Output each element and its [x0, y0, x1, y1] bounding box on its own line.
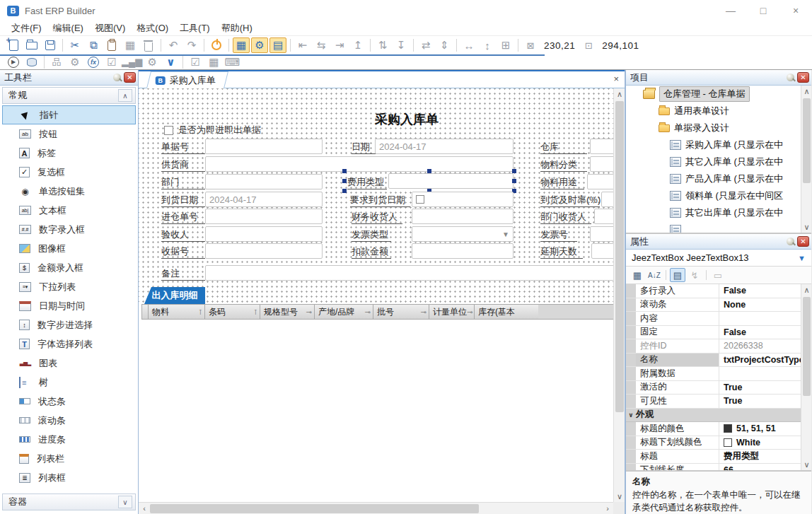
scroll-right-icon[interactable]: ›: [602, 503, 613, 514]
same-height-icon[interactable]: ↕: [479, 37, 496, 53]
ctrl-label-arrival-rate[interactable]: 到货及时率(%): [540, 194, 600, 207]
close-button[interactable]: ×: [779, 0, 812, 21]
grid-col-unit[interactable]: 计量单位⊸: [429, 305, 475, 319]
close-icon[interactable]: ✕: [797, 72, 809, 83]
gears-icon[interactable]: ⚙: [66, 54, 83, 70]
scroll-up-icon[interactable]: ∧: [801, 86, 811, 97]
toggle-project-icon[interactable]: ▤: [269, 37, 286, 53]
ctrl-label-supplier[interactable]: 供货商: [161, 158, 205, 172]
ctrl-label-invoice-no[interactable]: 发票号: [540, 228, 577, 242]
ctrl-label-remark[interactable]: 备注: [161, 267, 205, 281]
toolbox-group-container[interactable]: 容器 ∨: [2, 493, 136, 510]
prop-value[interactable]: True: [719, 395, 811, 408]
ctrl-label-dept-receiver[interactable]: 部门收货人: [540, 211, 591, 224]
pin-icon[interactable]: ⊺: [199, 308, 202, 316]
paste-icon[interactable]: [103, 37, 120, 53]
expand-icon[interactable]: ∨: [118, 496, 132, 508]
tool-pointer[interactable]: 指针: [2, 105, 136, 124]
new-file-icon[interactable]: [5, 37, 22, 53]
ctrl-label-finance-receiver[interactable]: 财务收货人: [352, 211, 402, 224]
ctrl-label-material-usage[interactable]: 物料用途: [540, 176, 584, 189]
delete-icon[interactable]: [140, 37, 157, 53]
events-icon[interactable]: ↯: [687, 268, 702, 282]
tree-item-partial[interactable]: [626, 221, 801, 233]
checkbox-icon[interactable]: [164, 126, 173, 135]
ctrl-field-inspector[interactable]: [205, 226, 323, 242]
pin-icon[interactable]: ⊸: [306, 308, 312, 316]
menu-help[interactable]: 帮助(H): [216, 22, 258, 35]
tool-checkbox[interactable]: ✓ 复选框: [0, 163, 138, 182]
prop-value[interactable]: False: [719, 284, 811, 298]
prop-category-appearance[interactable]: ∨外观: [626, 409, 811, 423]
ctrl-field-warehouse[interactable]: [590, 139, 613, 154]
scroll-down-icon[interactable]: ∨: [801, 459, 811, 470]
menu-file[interactable]: 文件(F): [6, 22, 47, 35]
property-pages-icon[interactable]: ▭: [710, 268, 726, 282]
database-icon[interactable]: [23, 54, 40, 70]
ctrl-label-cost-type[interactable]: 费用类型: [347, 176, 387, 189]
prop-value[interactable]: None: [719, 298, 811, 312]
tree-folder-entry-design[interactable]: 单据录入设计: [626, 119, 801, 136]
minimize-button[interactable]: —: [714, 0, 747, 21]
tree-item-purchase-receipt[interactable]: 采购入库单 (只显示在中: [626, 136, 801, 153]
toggle-properties-icon[interactable]: ⚙: [251, 37, 268, 53]
tool-chart[interactable]: ▃▅▂ 图表: [0, 354, 138, 373]
tree-folder-general-form[interactable]: 通用表单设计: [626, 103, 801, 119]
close-icon[interactable]: ✕: [797, 236, 809, 247]
tab-close-icon[interactable]: ×: [613, 74, 619, 84]
tool-image-box[interactable]: 图像框: [0, 239, 138, 258]
cut-icon[interactable]: ✂: [66, 37, 83, 53]
menu-view[interactable]: 视图(V): [89, 22, 131, 35]
tree-item-material-requisition[interactable]: 领料单 (只显示在中间区: [626, 187, 801, 204]
toggle-toolbox-icon[interactable]: ▦: [233, 37, 250, 53]
dropdown-arrow-icon[interactable]: ▼: [502, 230, 509, 238]
tree-root[interactable]: 仓库管理 - 仓库单据: [626, 86, 801, 103]
scroll-down-icon[interactable]: ∨: [614, 491, 625, 502]
prop-value[interactable]: 费用类型: [719, 450, 811, 463]
ctrl-field-department[interactable]: [205, 174, 323, 189]
tool-list-box[interactable]: ≣ 列表框: [0, 468, 138, 487]
ctrl-field-material-category[interactable]: [590, 156, 613, 172]
ctrl-label-department[interactable]: 部门: [161, 176, 205, 189]
ctrl-label-date[interactable]: 日期: [352, 141, 376, 154]
ctrl-label-receipt-no[interactable]: 收据号: [161, 245, 205, 259]
ctrl-field-arrival-rate[interactable]: [601, 192, 613, 207]
scroll-down-icon[interactable]: ∨: [801, 221, 811, 233]
ctrl-field-supplier[interactable]: [205, 156, 514, 172]
ctrl-field-dept-receiver[interactable]: [594, 209, 613, 224]
align-middle-icon[interactable]: ⇅: [374, 37, 391, 53]
properties-view-icon[interactable]: ▤: [670, 268, 685, 282]
pin-icon[interactable]: [787, 74, 794, 81]
space-horizontal-icon[interactable]: ⇄: [417, 37, 434, 53]
open-folder-icon[interactable]: [23, 37, 40, 53]
ctrl-label-arrival-date[interactable]: 到货日期: [161, 194, 205, 207]
prop-value[interactable]: txtProjectCostType: [719, 354, 811, 367]
same-size-icon[interactable]: ⊞: [497, 37, 514, 53]
align-top-icon[interactable]: ↥: [349, 37, 366, 53]
tool-tree[interactable]: ≡ 树: [0, 373, 138, 392]
form-settings-icon[interactable]: ▦: [122, 37, 139, 53]
check-task-icon[interactable]: ☑: [187, 54, 204, 70]
grid-col-material[interactable]: 物料⊺: [149, 305, 205, 319]
flow-chart-icon[interactable]: 品: [48, 54, 65, 70]
ctrl-field-invoice-no[interactable]: [590, 226, 613, 242]
space-vertical-icon[interactable]: ⇕: [436, 37, 453, 53]
grid-col-origin-brand[interactable]: 产地/品牌⊸: [315, 305, 373, 319]
ctrl-field-warehouse-entry-no[interactable]: [205, 209, 323, 224]
pin-icon[interactable]: [787, 238, 794, 245]
prop-value[interactable]: White: [719, 436, 811, 450]
maximize-button[interactable]: □: [747, 0, 779, 21]
scroll-left-icon[interactable]: ‹: [139, 503, 150, 514]
ctrl-field-delay-days[interactable]: [591, 243, 613, 259]
ctrl-field-date[interactable]: 2024-04-17: [375, 139, 514, 154]
redo-icon[interactable]: ↷: [183, 37, 200, 53]
project-scrollbar[interactable]: ∧ ∨: [801, 86, 811, 233]
prop-value[interactable]: True: [719, 381, 811, 395]
tool-dropdown[interactable]: ≡▾ 下拉列表: [0, 277, 138, 296]
undo-icon[interactable]: ↶: [165, 37, 182, 53]
tool-textbox[interactable]: ab| 文本框: [0, 201, 138, 220]
menu-tools[interactable]: 工具(T): [174, 22, 216, 35]
toolbox-group-general[interactable]: 常规 ∧: [2, 87, 136, 104]
categorized-view-icon[interactable]: ▦: [630, 268, 645, 282]
ctrl-label-inspector[interactable]: 验收人: [161, 228, 205, 242]
